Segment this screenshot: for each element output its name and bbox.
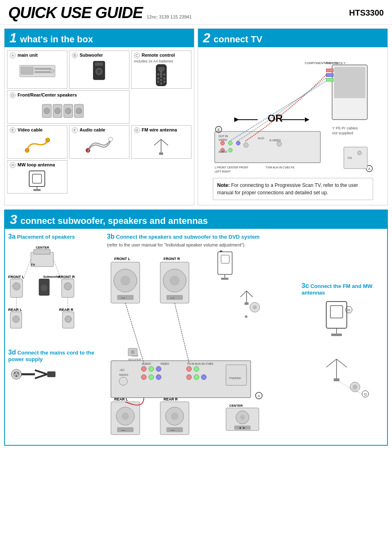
- svg-point-137: [141, 366, 146, 371]
- connect-tv-diagram: TV COMPONENT Pr/Cr Pb/Cb Y VIDEO IN AUD: [198, 51, 387, 202]
- svg-line-187: [337, 359, 347, 367]
- svg-point-89: [41, 285, 47, 291]
- svg-line-127: [240, 291, 247, 297]
- svg-point-30: [25, 148, 29, 152]
- sub3a-label: 3a Placement of speakers: [8, 233, 103, 240]
- video-cable-image: [10, 134, 65, 157]
- svg-text:CENTER: CENTER: [36, 246, 49, 249]
- item-fm-antenna: G FM wire antenna: [131, 125, 191, 159]
- svg-text:AUDIO: AUDIO: [219, 150, 227, 153]
- section-whats-in-box: 1 what's in the box A main unit: [4, 28, 194, 205]
- svg-rect-119: [166, 295, 183, 300]
- svg-rect-10: [158, 67, 164, 71]
- svg-point-141: [149, 375, 154, 380]
- svg-point-139: [156, 366, 161, 371]
- svg-point-172: [240, 415, 245, 420]
- header: QUICK USE GUIDE 12nc: 3139 115 23941 HTS…: [0, 0, 392, 25]
- svg-rect-188: [334, 378, 339, 381]
- svg-rect-151: [226, 365, 247, 385]
- note-box: Note: For connecting to a Progressive Sc…: [213, 178, 373, 200]
- svg-text:OR: OR: [267, 113, 283, 124]
- svg-point-54: [236, 141, 240, 145]
- svg-text:G: G: [245, 315, 247, 318]
- svg-text:FM/MW: FM/MW: [229, 376, 241, 380]
- svg-point-19: [157, 81, 159, 83]
- svg-point-142: [156, 375, 161, 380]
- svg-point-12: [157, 73, 159, 75]
- svg-text:VIDEO IN: VIDEO IN: [324, 61, 338, 65]
- svg-point-138: [149, 366, 154, 371]
- svg-point-11: [160, 73, 162, 76]
- sub3d: 3d Connect the mains cord to the power s…: [8, 349, 103, 386]
- section3-header: 3 connect subwoofer, speakers and antenn…: [5, 210, 387, 229]
- svg-point-104: [17, 372, 19, 374]
- col-right: 3c Connect the FM and MW antennas H: [302, 233, 384, 436]
- svg-text:MAINS: MAINS: [119, 373, 129, 376]
- svg-point-33: [108, 137, 113, 141]
- svg-text:A: A: [368, 167, 370, 171]
- item-audio-cable: F Audio cable: [69, 125, 129, 159]
- svg-text:TO-M  AUX-IN CVBS: TO-M AUX-IN CVBS: [187, 362, 213, 365]
- svg-text:H: H: [348, 308, 350, 312]
- svg-rect-38: [29, 171, 45, 187]
- svg-point-21: [160, 82, 162, 84]
- sub3b-sub: (refer to the user manual for "Individua…: [107, 242, 297, 247]
- svg-rect-161: [117, 427, 134, 432]
- svg-text:AUD: AUD: [258, 136, 265, 140]
- svg-point-136: [119, 377, 127, 385]
- svg-rect-3: [35, 71, 51, 73]
- col-left: 3a Placement of speakers: [8, 233, 103, 436]
- svg-point-85: [13, 316, 19, 322]
- svg-point-190: [353, 385, 357, 389]
- header-subtitle: 12nc: 3139 115 23941: [147, 14, 192, 22]
- item-mw-antenna: H MW loop antenna: [7, 160, 67, 193]
- svg-text:FRONT R: FRONT R: [58, 275, 75, 279]
- svg-text:Subwoofer: Subwoofer: [43, 275, 60, 279]
- svg-text:—: —: [171, 295, 175, 300]
- svg-text:CENTER: CENTER: [229, 404, 243, 408]
- svg-text:OUT  IN: OUT IN: [219, 135, 228, 138]
- section1-number: 1: [9, 30, 17, 46]
- top-sections: 1 what's in the box A main unit: [0, 28, 392, 205]
- svg-text:TV/M  AUX-IN  CVBS  Pb: TV/M AUX-IN CVBS Pb: [265, 166, 294, 169]
- svg-point-147: [187, 375, 191, 380]
- sub3d-label: 3d Connect the mains cord to the power s…: [8, 349, 103, 362]
- svg-text:FRONT L: FRONT L: [8, 275, 24, 279]
- svg-point-14: [160, 71, 162, 73]
- model-number: HTS3300: [349, 8, 384, 18]
- section2-number: 2: [203, 30, 210, 46]
- svg-line-186: [326, 359, 337, 367]
- svg-rect-37: [159, 152, 163, 155]
- section-connect-subwoofer: 3 connect subwoofer, speakers and antenn…: [4, 210, 388, 446]
- svg-rect-45: [326, 69, 333, 72]
- svg-point-148: [194, 375, 199, 380]
- svg-point-77: [357, 151, 362, 155]
- svg-rect-75: [344, 147, 367, 168]
- svg-point-140: [141, 375, 146, 380]
- svg-text:FM: FM: [348, 157, 352, 159]
- svg-point-145: [187, 366, 191, 371]
- svg-point-57: [244, 143, 248, 147]
- svg-text:S-VIDEO: S-VIDEO: [269, 139, 280, 142]
- svg-text:-AC: -AC: [119, 368, 125, 372]
- svg-rect-182: [331, 334, 342, 336]
- svg-rect-124: [221, 278, 228, 280]
- svg-point-13: [164, 73, 166, 75]
- item-subwoofer: B Subwoofer: [69, 51, 129, 89]
- svg-text:REAR L: REAR L: [8, 308, 22, 312]
- item-speakers: D Front/Rear/Center speakers: [7, 90, 129, 124]
- section1-title: what's in the box: [20, 34, 93, 45]
- svg-point-16: [157, 77, 159, 79]
- app-title: QUICK USE GUIDE: [8, 4, 143, 22]
- svg-point-166: [171, 412, 178, 420]
- section3-number: 3: [10, 212, 17, 227]
- svg-point-118: [170, 276, 180, 286]
- svg-point-25: [55, 108, 60, 114]
- svg-point-112: [120, 276, 130, 286]
- svg-line-106: [35, 370, 47, 374]
- svg-point-15: [160, 76, 162, 78]
- col-center: 3b Connect the speakers and subwoofer to…: [107, 233, 297, 436]
- svg-point-23: [44, 108, 50, 114]
- svg-text:VIDEO: VIDEO: [160, 362, 169, 365]
- svg-rect-108: [47, 371, 55, 377]
